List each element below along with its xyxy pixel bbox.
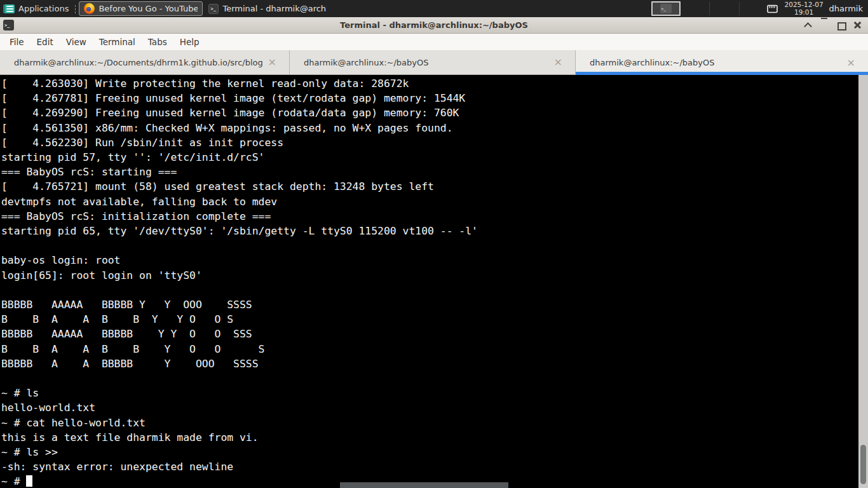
top-panel: Applications Before You Go - YouTube ...… bbox=[0, 0, 868, 17]
menu-file[interactable]: File bbox=[3, 35, 31, 49]
clock-time: 19:01 bbox=[794, 9, 813, 17]
terminal-cursor bbox=[26, 475, 32, 487]
clock-date: 2025-12-07 bbox=[785, 1, 824, 9]
username-label: dharmik bbox=[829, 4, 863, 13]
task-label: Before You Go - YouTube ... bbox=[98, 4, 198, 13]
task-label: Terminal - dharmik@archli... bbox=[222, 4, 327, 13]
menu-edit[interactable]: Edit bbox=[31, 35, 60, 49]
workspace-window-thumbnail: >_ bbox=[660, 4, 672, 13]
scrollbar-thumb[interactable] bbox=[860, 445, 866, 484]
tab-blog[interactable]: dharmik@archlinux:~/Documents/dhrm1k.git… bbox=[0, 50, 289, 75]
panel-separator bbox=[709, 2, 710, 15]
tabbar: dharmik@archlinux:~/Documents/dhrm1k.git… bbox=[0, 50, 868, 75]
bottom-panel[interactable] bbox=[340, 482, 508, 488]
tab-label: dharmik@archlinux:~/babyOS bbox=[576, 58, 842, 67]
tab-babyos-1[interactable]: dharmik@archlinux:~/babyOS × bbox=[289, 50, 575, 75]
firefox-icon bbox=[84, 3, 95, 14]
window-title: Terminal - dharmik@archlinux:~/babyOS bbox=[0, 17, 868, 33]
terminal-screen[interactable]: [ 4.263030] Write protecting the kernel … bbox=[0, 75, 868, 488]
scrollbar[interactable] bbox=[858, 75, 868, 488]
network-ethernet-icon[interactable] bbox=[767, 4, 778, 13]
tab-close-icon[interactable]: × bbox=[549, 57, 575, 67]
menu-terminal[interactable]: Terminal bbox=[93, 35, 142, 49]
window-controls bbox=[803, 17, 862, 33]
clock[interactable]: 2025-12-07 19:01 bbox=[785, 1, 824, 16]
workspace-switcher[interactable]: >_ bbox=[651, 1, 681, 16]
menu-view[interactable]: View bbox=[60, 35, 93, 49]
terminal-icon: >_ bbox=[208, 4, 219, 14]
minimize-button[interactable] bbox=[820, 20, 829, 30]
window-titlebar[interactable]: >_ Terminal - dharmik@archlinux:~/babyOS bbox=[0, 17, 868, 34]
close-button[interactable] bbox=[853, 20, 862, 30]
panel-separator bbox=[739, 2, 740, 15]
desktop: Applications Before You Go - YouTube ...… bbox=[0, 0, 868, 488]
tab-close-icon[interactable]: × bbox=[263, 57, 289, 67]
tab-label: dharmik@archlinux:~/babyOS bbox=[290, 58, 549, 67]
applications-label: Applications bbox=[18, 4, 69, 13]
applications-icon bbox=[3, 4, 15, 13]
shade-button[interactable] bbox=[803, 20, 813, 30]
menubar: File Edit View Terminal Tabs Help bbox=[0, 34, 868, 50]
menu-tabs[interactable]: Tabs bbox=[142, 35, 173, 49]
applications-menu-button[interactable]: Applications bbox=[0, 0, 72, 17]
panel-handle[interactable] bbox=[74, 4, 76, 13]
terminal-output: [ 4.263030] Write protecting the kernel … bbox=[0, 75, 858, 488]
taskbar-button-terminal[interactable]: >_ Terminal - dharmik@archli... bbox=[204, 1, 331, 16]
maximize-button[interactable] bbox=[836, 20, 846, 30]
menu-help[interactable]: Help bbox=[173, 35, 206, 49]
tab-close-icon[interactable]: × bbox=[842, 58, 868, 68]
taskbar-button-firefox[interactable]: Before You Go - YouTube ... bbox=[79, 1, 203, 16]
tab-babyos-2[interactable]: dharmik@archlinux:~/babyOS × bbox=[575, 50, 868, 75]
tab-label: dharmik@archlinux:~/Documents/dhrm1k.git… bbox=[0, 58, 263, 67]
